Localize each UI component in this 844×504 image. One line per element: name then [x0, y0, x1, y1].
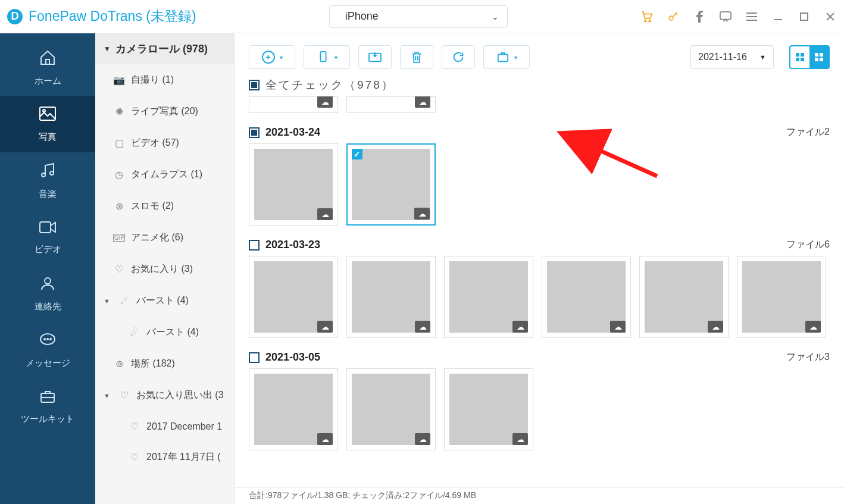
photo-thumbnail[interactable]: ☁	[639, 256, 729, 338]
cloud-icon: ☁	[512, 433, 528, 445]
minimize-icon[interactable]	[771, 10, 784, 23]
photo-thumbnail[interactable]: ☁	[444, 256, 533, 338]
nav-contacts[interactable]: 連絡先	[0, 265, 95, 322]
key-icon[interactable]	[667, 10, 680, 23]
group-checkbox[interactable]	[249, 127, 260, 138]
tree-item-memory-1[interactable]: ♡2017 December 1	[95, 411, 234, 442]
photo-thumbnail[interactable]: ☁	[346, 368, 436, 450]
menu-icon[interactable]	[745, 10, 758, 23]
svg-rect-20	[801, 53, 804, 57]
device-selector[interactable]: iPhone ⌄	[329, 5, 508, 28]
view-grid-large[interactable]	[809, 46, 829, 68]
svg-point-2	[669, 16, 673, 20]
close-icon[interactable]	[824, 10, 837, 23]
photo-thumbnail[interactable]: ☁	[249, 368, 338, 450]
tree-item-gif[interactable]: GIFアニメ化 (6)	[95, 222, 234, 253]
heart-icon: ♡	[129, 421, 140, 432]
thumbnail-row: ☁ ☁ ☁ ☁ ☁ ☁	[249, 256, 830, 338]
view-toggle	[789, 45, 830, 69]
tree-item-label: ビデオ (57)	[131, 137, 179, 149]
cart-icon[interactable]	[640, 10, 654, 23]
group-header: 2021-03-24 ファイル2	[249, 119, 830, 143]
nav-videos[interactable]: ビデオ	[0, 209, 95, 265]
nav-photos-label: 写真	[39, 132, 57, 143]
svg-rect-23	[815, 53, 818, 57]
photo-thumbnail[interactable]: ☁	[249, 96, 338, 113]
delete-button[interactable]	[400, 45, 433, 69]
group-checkbox[interactable]	[249, 240, 260, 251]
tree-item-label: タイムラプス (1)	[131, 168, 202, 181]
tree-item-burst[interactable]: ▼☄バースト (4)	[95, 285, 234, 317]
svg-rect-22	[801, 58, 804, 61]
nav-home[interactable]: ホーム	[0, 39, 95, 96]
cloud-icon: ☁	[415, 321, 430, 333]
svg-rect-9	[40, 222, 51, 233]
toolbox-button[interactable]: ▾	[483, 45, 530, 69]
tree-item-slomo[interactable]: ⊛スロモ (2)	[95, 190, 234, 222]
tree-item-selfies[interactable]: 📷自撮り (1)	[95, 64, 234, 96]
nav-home-label: ホーム	[35, 76, 61, 87]
view-grid-small[interactable]	[790, 46, 809, 68]
nav-music[interactable]: 音楽	[0, 152, 95, 209]
tree-item-burst-child[interactable]: ☄バースト (4)	[95, 317, 234, 348]
tree-item-favorites[interactable]: ♡お気に入り (3)	[95, 253, 234, 285]
photo-thumbnail[interactable]: ☁	[737, 256, 826, 338]
export-device-button[interactable]: ▾	[304, 45, 350, 69]
cloud-icon: ☁	[512, 321, 528, 333]
svg-point-14	[50, 339, 51, 340]
thumbnail-scroll[interactable]: ☁ ☁ 2021-03-24 ファイル2 ☁ ☁ 2021-03-23 ファイル…	[235, 96, 844, 487]
tree-item-label: バースト (4)	[146, 326, 199, 339]
svg-rect-18	[498, 54, 507, 61]
status-bar: 合計:978ファイル/1.38 GB; チェック済み:2ファイル/4.69 MB	[235, 487, 844, 504]
tree-item-timelapse[interactable]: ◷タイムラプス (1)	[95, 159, 234, 190]
tree-header[interactable]: ▼ カメラロール (978)	[95, 33, 234, 64]
tree-item-label: ライブ写真 (20)	[131, 105, 198, 118]
nav-contacts-label: 連絡先	[35, 301, 61, 312]
app-logo-icon: D	[7, 9, 23, 24]
body: ホーム 写真 音楽 ビデオ 連絡先 メッセージ ツールキット ▼	[0, 33, 844, 504]
photo-thumbnail[interactable]: ☁	[346, 143, 436, 226]
photo-thumbnail[interactable]: ☁	[249, 256, 338, 338]
svg-rect-26	[820, 58, 823, 61]
photo-thumbnail[interactable]: ☁	[444, 368, 533, 450]
nav-messages-label: メッセージ	[26, 358, 70, 369]
tree-item-label: 2017 December 1	[146, 421, 222, 432]
group-date: 2021-03-23	[265, 239, 320, 251]
tree-item-fav-memories[interactable]: ▼♡お気に入り思い出 (3	[95, 380, 234, 411]
tree-item-label: 場所 (182)	[131, 358, 175, 370]
app-unregistered-label: (未登録)	[146, 8, 196, 24]
nav-messages[interactable]: メッセージ	[0, 322, 95, 378]
date-filter[interactable]: 2021-11-16▼	[690, 45, 774, 69]
add-button[interactable]: +▾	[249, 45, 295, 69]
photo-thumbnail[interactable]: ☁	[249, 143, 338, 226]
tree-item-memory-2[interactable]: ♡2017年 11月7日 (	[95, 442, 234, 473]
music-icon	[39, 162, 56, 183]
nav-photos[interactable]: 写真	[0, 96, 95, 152]
photo-thumbnail[interactable]: ☁	[346, 256, 436, 338]
tree-item-live[interactable]: ✺ライブ写真 (20)	[95, 96, 234, 127]
svg-point-1	[649, 20, 651, 21]
date-filter-value: 2021-11-16	[698, 52, 747, 62]
home-icon	[39, 49, 57, 70]
tree-item-video[interactable]: ▢ビデオ (57)	[95, 127, 234, 159]
export-pc-button[interactable]	[358, 45, 392, 69]
photo-thumbnail[interactable]: ☁	[346, 96, 436, 113]
thumb-checkbox[interactable]	[352, 149, 362, 159]
group-checkbox[interactable]	[249, 352, 260, 363]
nav-toolkit[interactable]: ツールキット	[0, 378, 95, 435]
tree-item-label: お気に入り思い出 (3	[136, 389, 224, 402]
photo-thumbnail[interactable]: ☁	[542, 256, 631, 338]
caret-down-icon: ▼	[104, 45, 111, 53]
facebook-icon[interactable]	[693, 10, 706, 23]
svg-point-0	[645, 20, 646, 21]
tree-item-places[interactable]: ⊚場所 (182)	[95, 348, 234, 380]
tree-header-label: カメラロール (978)	[115, 42, 208, 56]
feedback-icon[interactable]	[719, 10, 732, 23]
maximize-icon[interactable]	[798, 10, 811, 23]
check-all-checkbox[interactable]	[249, 80, 260, 90]
video-icon	[39, 219, 57, 238]
check-all-row: 全てチェック（978）	[235, 74, 844, 96]
refresh-button[interactable]	[442, 45, 475, 69]
heart-icon: ♡	[129, 452, 140, 463]
burst-icon: ☄	[118, 295, 130, 306]
